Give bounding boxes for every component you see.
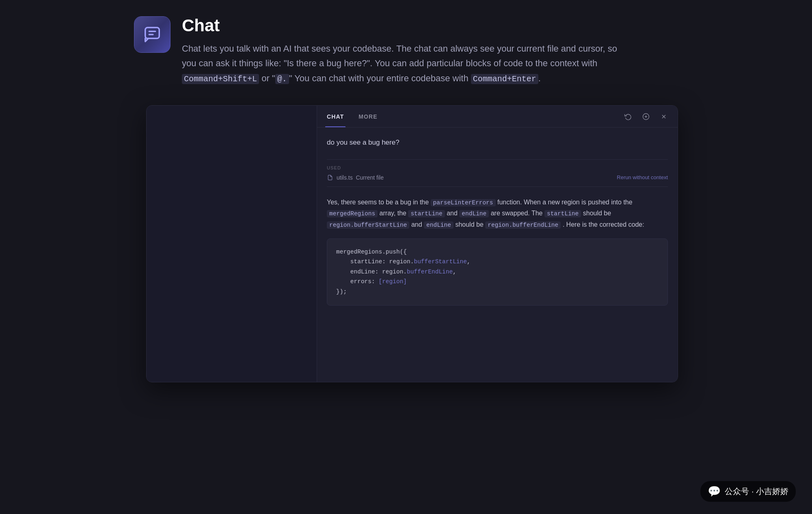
history-button[interactable]: [622, 111, 634, 122]
history-icon: [624, 113, 632, 120]
code-line-2: startLine: region.bufferStartLine,: [336, 257, 659, 267]
code-line-3: endLine: region.bufferEndLine,: [336, 267, 659, 277]
code-line-5: });: [336, 287, 659, 297]
chat-bubble-icon: [143, 25, 162, 44]
close-button[interactable]: [658, 111, 669, 122]
code-startLine1: startLine: [408, 210, 445, 217]
watermark: 💬 公众号 · 小吉娇娇: [700, 481, 796, 502]
code-endLine2: endLine: [424, 221, 454, 229]
tab-more[interactable]: MORE: [357, 106, 379, 127]
header-text: Chat Chat lets you talk with an AI that …: [182, 16, 678, 86]
chat-panel: CHAT MORE: [317, 106, 678, 382]
code-parseLinterErrors: parseLinterErrors: [431, 199, 496, 206]
shortcut-3: Command+Enter: [471, 74, 538, 84]
context-used-label: USED: [327, 165, 668, 170]
header-section: Chat Chat lets you talk with an AI that …: [134, 16, 678, 86]
code-bufferEndLine: region.bufferEndLine: [485, 221, 561, 229]
editor-sidebar: [147, 106, 317, 382]
plus-circle-icon: [642, 113, 650, 120]
context-file: utils.ts Current file: [327, 174, 384, 181]
code-startLine2: startLine: [544, 210, 581, 217]
rerun-without-context-link[interactable]: Rerun without context: [617, 174, 668, 180]
context-used-actions: utils.ts Current file Rerun without cont…: [327, 174, 668, 181]
ai-response-text: Yes, there seems to be a bug in the pars…: [327, 197, 668, 230]
page-description: Chat lets you talk with an AI that sees …: [182, 41, 628, 86]
file-icon: [327, 174, 333, 181]
tabs-bar: CHAT MORE: [317, 106, 678, 128]
tab-chat[interactable]: CHAT: [325, 106, 346, 127]
code-endLine1: endLine: [459, 210, 489, 217]
code-mergedRegions: mergedRegions: [327, 210, 378, 217]
app-icon: [134, 16, 171, 53]
page-title: Chat: [182, 16, 678, 35]
watermark-text: 公众号 · 小吉娇娇: [725, 486, 788, 497]
code-block: mergedRegions.push({ startLine: region.b…: [327, 239, 668, 306]
tabs-actions: [622, 111, 669, 122]
code-line-1: mergedRegions.push({: [336, 247, 659, 257]
new-chat-button[interactable]: [640, 111, 652, 122]
shortcut-2: @.: [275, 74, 289, 84]
chat-content[interactable]: do you see a bug here? USED: [317, 128, 678, 382]
code-bufferStartLine: region.bufferStartLine: [327, 221, 409, 229]
code-line-4: errors: [region]: [336, 277, 659, 287]
svg-rect-0: [145, 28, 160, 39]
chat-layout: CHAT MORE: [147, 106, 678, 382]
chat-window: CHAT MORE: [146, 105, 678, 382]
wechat-icon: 💬: [708, 485, 721, 498]
user-message: do you see a bug here?: [327, 137, 668, 148]
close-icon: [661, 113, 667, 120]
context-filename: utils.ts Current file: [337, 174, 384, 181]
page-wrapper: Chat Chat lets you talk with an AI that …: [134, 16, 678, 382]
context-block: USED utils.ts: [327, 159, 668, 187]
shortcut-1: Command+Shift+L: [182, 74, 259, 84]
